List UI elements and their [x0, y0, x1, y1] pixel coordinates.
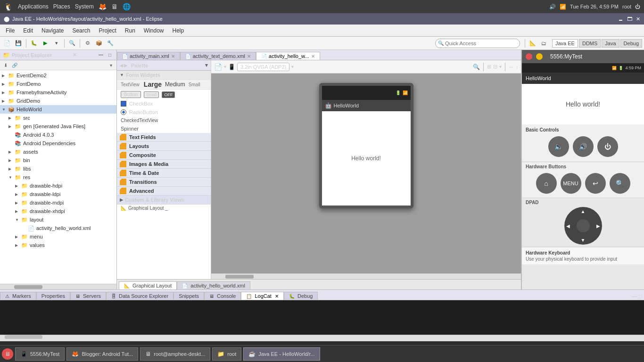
tree-item-android403[interactable]: 📚 Android 4.0.3: [0, 131, 116, 139]
tb-ext2[interactable]: 📦: [94, 38, 104, 49]
dpad-right-icon[interactable]: ▶: [596, 223, 600, 229]
bottom-hscroll-thumb[interactable]: [5, 335, 42, 339]
bottom-tab-servers[interactable]: 🖥 Servers: [70, 292, 106, 300]
canvas-zoom-btn[interactable]: 🔍: [473, 64, 480, 70]
canvas-hscroll-thumb[interactable]: [225, 275, 254, 279]
dpad-left-icon[interactable]: ◀: [566, 223, 570, 229]
taskbar-root-terminal[interactable]: 🖥 root@amphee-deskt...: [140, 347, 210, 361]
canvas-hscrollbar[interactable]: [211, 273, 521, 279]
run-btn[interactable]: ▶: [40, 38, 50, 49]
menu-search[interactable]: Search: [68, 26, 94, 35]
minimize-panel-icon[interactable]: —: [97, 51, 105, 59]
project-explorer-scrollbar[interactable]: [0, 284, 116, 289]
editor-tab-text-demo[interactable]: 📄 activity_text_demo.xml ✕: [180, 52, 256, 60]
textview-large[interactable]: Large: [144, 81, 162, 88]
debug-btn[interactable]: 🐛: [29, 38, 39, 49]
tree-item-androiddeps[interactable]: 📚 Android Dependencies: [0, 139, 116, 148]
bottom-tab-debug[interactable]: 🐛 Debug: [284, 292, 318, 300]
quick-access-input[interactable]: [435, 39, 520, 48]
avd-search-btn[interactable]: 🔍: [610, 173, 630, 194]
bottom-tab-markers[interactable]: ⚠ Markers: [0, 292, 36, 300]
palette-section-form-widgets[interactable]: ▼ Form Widgets: [117, 71, 211, 80]
avd-back-btn[interactable]: ↩: [585, 173, 606, 194]
maximize-panel-icon[interactable]: □: [106, 51, 114, 59]
canvas-device-label[interactable]: 3.2in QVGA (ADP2): [237, 63, 289, 71]
tab-close-activity-main[interactable]: ✕: [171, 54, 175, 59]
small-button-widget[interactable]: Small: [144, 91, 159, 98]
avd-dpad[interactable]: ▲ ▼ ◀ ▶: [564, 207, 602, 245]
dpad-up-icon[interactable]: ▲: [581, 209, 586, 214]
bottom-tab-snippets[interactable]: Snippets: [173, 292, 204, 300]
places-menu[interactable]: Places: [53, 3, 70, 10]
editor-tab-hello-world[interactable]: 📄 activity_hello_w... ✕: [256, 52, 320, 60]
canvas-layout-dropdown[interactable]: ▾: [499, 64, 502, 69]
tree-item-libs[interactable]: ▶ 📁 libs: [0, 165, 116, 173]
close-panel-icon[interactable]: ✕: [73, 52, 76, 58]
tree-item-layout[interactable]: ▼ 📁 layout: [0, 215, 116, 224]
new-btn[interactable]: 📄: [2, 38, 12, 49]
palette-section-transitions[interactable]: Transitions: [117, 178, 211, 187]
avd-close-button[interactable]: [526, 53, 532, 60]
palette-section-custom[interactable]: ▶ Custom & Library Views: [117, 196, 211, 205]
palette-section-composite[interactable]: Composite: [117, 151, 211, 160]
run-dropdown[interactable]: ▾: [51, 38, 62, 49]
taskbar-blogger[interactable]: 🦊 Blogger: Android Tut...: [66, 347, 138, 361]
minimize-icon[interactable]: 🗕: [618, 16, 623, 22]
palette-expand-icon[interactable]: ▾: [205, 62, 208, 68]
tree-item-res[interactable]: ▼ 📁 res: [0, 173, 116, 181]
hscroll-thumb[interactable]: [14, 285, 42, 289]
view-menu-icon[interactable]: ▾: [107, 61, 115, 69]
checkbox-label[interactable]: CheckBox: [129, 101, 153, 107]
button-widget[interactable]: Button: [121, 91, 141, 98]
palette-section-images-media[interactable]: Images & Media: [117, 160, 211, 169]
system-menu[interactable]: System: [75, 3, 94, 10]
checkedtextview-label[interactable]: CheckedTextView: [121, 118, 158, 123]
bottom-tab-logcat[interactable]: 📋 LogCat ✕: [241, 292, 284, 300]
spinner-label[interactable]: Spinner: [121, 126, 139, 132]
radio-label[interactable]: RadioButton: [129, 109, 158, 115]
graphical-layout-item[interactable]: 📐 Graphical Layout _: [117, 205, 211, 212]
close-icon[interactable]: ✕: [636, 16, 640, 22]
editor-tab-activity-main[interactable]: 📄 activity_main.xml ✕: [117, 52, 180, 60]
menu-file[interactable]: File: [2, 26, 18, 35]
tree-item-griddemo[interactable]: ▶ 📁 GridDemo: [0, 97, 116, 105]
avd-power-btn[interactable]: ⏻: [597, 136, 618, 157]
tree-item-src[interactable]: ▶ 📁 src: [0, 114, 116, 122]
bottom-tab-properties[interactable]: Properties: [36, 292, 70, 300]
dpad-center-btn[interactable]: [577, 219, 590, 232]
browser2-icon[interactable]: 🌐: [123, 3, 131, 10]
maximize-bottom-icon[interactable]: □: [639, 293, 642, 300]
dpad-down-icon[interactable]: ▼: [581, 238, 586, 243]
persp-ddms[interactable]: DDMS: [579, 39, 601, 48]
taskbar-eclipse[interactable]: ☕ Java EE - HelloWorld/r...: [243, 347, 320, 361]
layout-tab-graphical[interactable]: 📐 Graphical Layout: [119, 281, 177, 289]
palette-section-text-fields[interactable]: Text Fields: [117, 133, 211, 142]
toggle-off-widget[interactable]: OFF: [162, 91, 175, 98]
canvas-align-icon2[interactable]: ↕: [516, 64, 519, 70]
avd-minimize-button[interactable]: [536, 53, 543, 60]
persp-java[interactable]: Java: [602, 39, 619, 48]
avd-home-btn[interactable]: ⌂: [536, 173, 557, 194]
tb-ext3[interactable]: 🔧: [105, 38, 116, 49]
canvas-layout-icon1[interactable]: ⊞: [487, 64, 491, 70]
perspective-switch-btn[interactable]: 📐: [528, 38, 538, 49]
bottom-scrollbar[interactable]: [0, 335, 644, 341]
logcat-close-icon[interactable]: ✕: [275, 294, 279, 299]
palette-section-layouts[interactable]: Layouts: [117, 142, 211, 151]
layout-tab-xml[interactable]: 📄 activity_hello_world.xml: [177, 281, 250, 289]
persp-java-ee[interactable]: Java EE: [552, 39, 578, 48]
tab-close-text-demo[interactable]: ✕: [247, 54, 251, 59]
minimize-bottom-icon[interactable]: —: [631, 293, 637, 300]
tree-item-drawable-ldpi[interactable]: ▶ 📁 drawable-ldpi: [0, 190, 116, 198]
tree-item-eventdemo[interactable]: ▶ 📁 EventDemo2: [0, 71, 116, 80]
firefox-icon[interactable]: 🦊: [99, 3, 107, 10]
sys-speaker-icon[interactable]: 🔊: [549, 4, 556, 10]
taskbar-mytest[interactable]: 📱 5556:MyTest: [15, 347, 65, 361]
persp-debug[interactable]: Debug: [620, 39, 642, 48]
sys-power-icon[interactable]: ⏻: [635, 4, 640, 9]
ubuntu-logo-icon[interactable]: 🐧: [4, 2, 13, 11]
menu-navigate[interactable]: Navigate: [38, 26, 67, 35]
avd-vol-up-btn[interactable]: 🔊: [573, 136, 594, 157]
avd-vol-down-btn[interactable]: 🔈: [548, 136, 569, 157]
taskbar-terminal-icon[interactable]: 🖥: [2, 348, 13, 360]
